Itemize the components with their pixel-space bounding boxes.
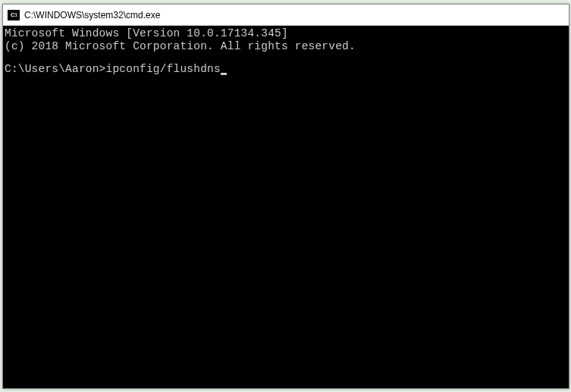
prompt-line: C:\Users\Aaron>ipconfig/flushdns: [5, 63, 567, 76]
cursor: [221, 73, 227, 75]
terminal-area[interactable]: Microsoft Windows [Version 10.0.17134.34…: [3, 26, 569, 388]
titlebar[interactable]: C:\ C:\WINDOWS\system32\cmd.exe: [3, 5, 569, 26]
version-line: Microsoft Windows [Version 10.0.17134.34…: [5, 27, 567, 40]
copyright-line: (c) 2018 Microsoft Corporation. All righ…: [5, 40, 567, 53]
window-title: C:\WINDOWS\system32\cmd.exe: [24, 10, 160, 20]
cmd-window: C:\ C:\WINDOWS\system32\cmd.exe Microsof…: [2, 4, 569, 389]
prompt: C:\Users\Aaron>: [5, 63, 106, 75]
command-input[interactable]: ipconfig/flushdns: [106, 63, 221, 75]
cmd-icon-text: C:\: [11, 12, 17, 17]
cmd-icon: C:\: [8, 10, 20, 20]
